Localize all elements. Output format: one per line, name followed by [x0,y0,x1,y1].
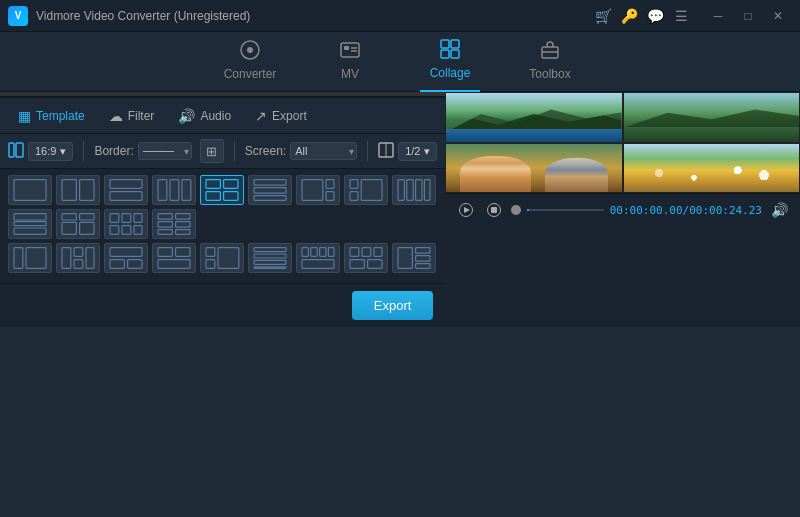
svg-rect-30 [206,192,220,201]
svg-rect-26 [170,180,179,201]
app-title: Vidmore Video Converter (Unregistered) [36,9,592,23]
svg-rect-31 [224,192,238,201]
svg-rect-92 [368,260,382,269]
template-cross[interactable] [200,243,244,273]
converter-icon [239,39,261,64]
left-column: 346% [0,92,445,327]
resize-handle-v[interactable] [104,92,118,93]
template-single[interactable] [8,175,52,205]
template-3row[interactable] [248,175,292,205]
screen-select[interactable]: All Screen 1 Screen 2 [290,142,357,160]
half-ratio-group: 1/2 ▾ [378,142,437,161]
template-2x2[interactable] [200,175,244,205]
video-cell-4[interactable] [223,94,446,96]
tab-bar: ▦ Template ☁ Filter 🔊 Audio ↗ Export [0,97,445,133]
maximize-button[interactable]: □ [734,6,762,26]
svg-rect-79 [254,248,286,252]
svg-rect-34 [254,196,286,201]
template-2x2-uneven[interactable] [56,209,100,239]
template-2plus3[interactable] [392,243,436,273]
play-button[interactable] [455,199,477,221]
key-icon[interactable]: 🔑 [618,5,640,27]
svg-rect-69 [86,248,94,269]
svg-rect-55 [110,226,119,235]
tab-mv-label: MV [341,67,359,81]
template-3col[interactable] [152,175,196,205]
svg-point-1 [247,47,253,53]
svg-rect-88 [350,248,359,257]
ratio-value: 16:9 [35,145,56,157]
svg-rect-81 [254,260,286,264]
app-logo: V [8,6,28,26]
template-2x3[interactable] [152,209,196,239]
half-ratio-button[interactable]: 1/2 ▾ [398,142,437,161]
border-label: Border: [94,144,133,158]
template-4row[interactable] [248,243,292,273]
water-reflection [446,129,621,141]
chat-icon[interactable]: 💬 [644,5,666,27]
drag-hint: Drag to adjust the size [49,94,174,96]
template-split-uneven[interactable] [8,243,52,273]
svg-rect-7 [451,40,459,48]
svg-rect-74 [176,248,190,257]
tab-audio[interactable]: 🔊 Audio [168,104,241,128]
template-3-uneven[interactable] [56,243,100,273]
template-3x2[interactable] [104,209,148,239]
template-wide-split[interactable] [152,243,196,273]
border-select[interactable]: ──── ── None [138,142,192,160]
border-select-wrap: ──── ── None [138,142,192,160]
template-2plus1[interactable] [344,175,388,205]
template-5grid[interactable] [344,243,388,273]
template-wide-center[interactable] [104,243,148,273]
video-cell-3[interactable]: Drag to adjust the size [0,94,223,96]
svg-rect-27 [182,180,191,201]
progress-dot[interactable] [511,205,521,215]
svg-rect-62 [158,230,172,235]
svg-rect-50 [62,222,76,234]
tab-converter[interactable]: Converter [220,39,280,91]
tab-mv[interactable]: MV [320,39,380,91]
svg-rect-25 [158,180,167,201]
tab-toolbox[interactable]: Toolbox [520,39,580,91]
svg-rect-46 [14,222,46,226]
tab-filter[interactable]: ☁ Filter [99,104,165,128]
collage-icon [439,38,461,63]
svg-rect-85 [320,248,326,257]
svg-marker-99 [624,109,799,127]
svg-rect-73 [158,248,172,257]
export-button[interactable]: Export [352,291,434,320]
tab-template[interactable]: ▦ Template [8,104,95,128]
time-total: 00:00:24.23 [689,204,762,217]
svg-rect-59 [176,214,190,220]
svg-rect-51 [80,222,94,234]
tab-toolbox-label: Toolbox [529,67,570,81]
toolbox-icon [539,39,561,64]
template-1plus2[interactable] [296,175,340,205]
half-chevron: ▾ [424,145,430,158]
ratio-button[interactable]: 16:9 ▾ [28,142,73,161]
border-color-btn[interactable]: ⊞ [200,139,224,163]
preview-cell-3 [445,143,622,194]
svg-marker-101 [464,207,470,213]
volume-button[interactable]: 🔊 [768,199,790,221]
divider-3 [367,141,368,161]
cart-icon[interactable]: 🛒 [592,5,614,27]
ratio-chevron: ▾ [60,145,66,158]
svg-rect-32 [254,180,286,186]
svg-rect-78 [206,260,215,269]
close-button[interactable]: ✕ [764,6,792,26]
menu-icon[interactable]: ☰ [670,5,692,27]
svg-rect-42 [407,180,413,201]
progress-bar[interactable] [527,209,603,211]
template-3rows[interactable] [8,209,52,239]
minimize-button[interactable]: ─ [704,6,732,26]
stop-button[interactable] [483,199,505,221]
template-4col[interactable] [392,175,436,205]
template-2col[interactable] [56,175,100,205]
template-4plus1[interactable] [296,243,340,273]
svg-rect-23 [110,180,142,189]
pc2-mountain [624,108,799,127]
template-2row[interactable] [104,175,148,205]
tab-export[interactable]: ↗ Export [245,104,317,128]
tab-collage[interactable]: Collage [420,38,480,92]
